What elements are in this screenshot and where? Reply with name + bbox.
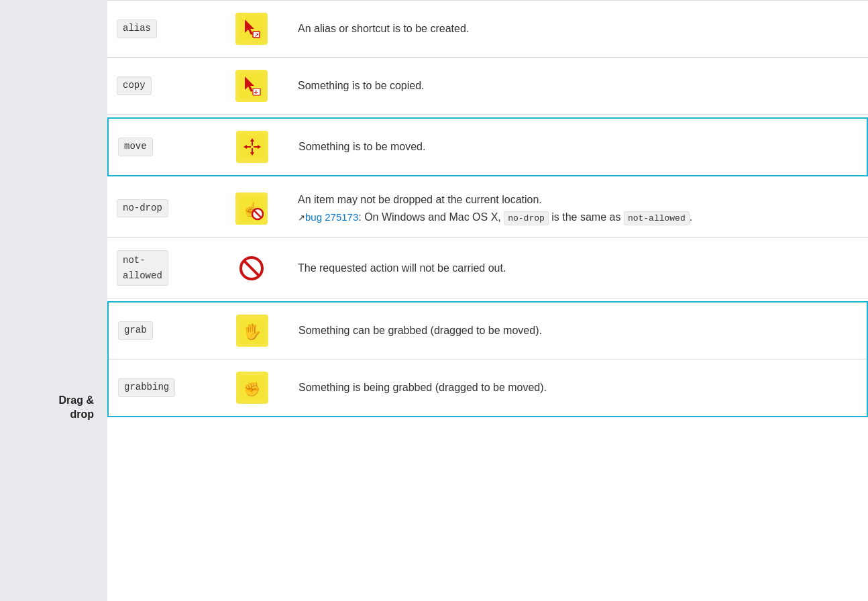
grab-outlined-table: grab 🖐 ✋ bbox=[107, 301, 868, 417]
alias-cursor-icon: ↗ bbox=[235, 13, 268, 45]
row-grabbing: grabbing ✊ Som bbox=[108, 360, 867, 417]
svg-text:✊: ✊ bbox=[243, 381, 260, 397]
icon-cell-alias: ↗ bbox=[221, 1, 282, 58]
name-tag-grabbing: grabbing bbox=[118, 378, 175, 397]
name-cell-alias: alias bbox=[107, 1, 221, 58]
not-allowed-code: not-allowed bbox=[624, 211, 690, 225]
grab-cursor-icon: 🖐 ✋ bbox=[236, 315, 268, 347]
name-cell-grab: grab bbox=[108, 302, 222, 360]
row-grab: grab 🖐 ✋ bbox=[108, 302, 867, 360]
copy-icon-svg: + bbox=[239, 74, 264, 98]
icon-cell-not-allowed bbox=[221, 238, 282, 298]
icon-cell-grabbing: ✊ bbox=[222, 360, 282, 417]
move-cursor-icon bbox=[236, 131, 268, 163]
page-wrapper: Drag & drop alias bbox=[0, 0, 868, 601]
icon-cell-no-drop: ☝ bbox=[221, 179, 282, 238]
grabbing-cursor-icon: ✊ bbox=[236, 372, 268, 404]
name-tag-not-allowed: not-allowed bbox=[117, 250, 168, 286]
icon-cell-copy: + bbox=[221, 58, 282, 115]
no-drop-icon-svg: ☝ bbox=[239, 197, 264, 221]
desc-cell-grabbing: Something is being grabbed (dragged to b… bbox=[282, 360, 867, 417]
name-cell-move: move bbox=[108, 118, 222, 176]
row-copy: copy + bbox=[107, 58, 868, 115]
row-not-allowed: not-allowed The requested action will no… bbox=[107, 238, 868, 298]
row-alias: alias ↗ bbox=[107, 1, 868, 58]
move-description: Something is to be moved. bbox=[299, 141, 425, 152]
sidebar-label-line2: drop bbox=[70, 408, 94, 420]
copy-description: Something is to be copied. bbox=[298, 80, 425, 91]
grabbing-icon-svg: ✊ bbox=[240, 376, 264, 400]
no-drop-code1: no-drop bbox=[504, 211, 549, 225]
not-allowed-cursor-icon bbox=[235, 252, 268, 284]
name-tag-alias: alias bbox=[117, 19, 157, 38]
not-allowed-description: The requested action will not be carried… bbox=[298, 262, 506, 274]
move-icon-svg bbox=[240, 135, 264, 159]
alias-icon-svg: ↗ bbox=[239, 17, 264, 41]
icon-cell-grab: 🖐 ✋ bbox=[222, 302, 282, 360]
sidebar-label: Drag & drop bbox=[59, 394, 94, 422]
svg-text:+: + bbox=[254, 88, 258, 96]
icon-cell-move bbox=[222, 118, 282, 176]
desc-cell-move: Something is to be moved. bbox=[282, 118, 867, 176]
desc-cell-grab: Something can be grabbed (dragged to be … bbox=[282, 302, 867, 360]
not-allowed-icon-svg bbox=[239, 256, 264, 281]
desc-cell-copy: Something is to be copied. bbox=[282, 58, 868, 115]
grabbing-description: Something is being grabbed (dragged to b… bbox=[299, 382, 547, 393]
desc-cell-alias: An alias or shortcut is to be created. bbox=[282, 1, 868, 58]
name-tag-no-drop: no-drop bbox=[117, 199, 168, 218]
grab-group-wrapper: grab 🖐 ✋ bbox=[107, 301, 868, 417]
desc-cell-no-drop: An item may not be dropped at the curren… bbox=[282, 179, 868, 238]
external-link-icon: ↗ bbox=[298, 213, 305, 223]
nodrop-table: no-drop ☝ bbox=[107, 179, 868, 298]
name-tag-copy: copy bbox=[117, 76, 152, 95]
grab-description: Something can be grabbed (dragged to be … bbox=[299, 325, 542, 336]
move-outlined-table: move bbox=[107, 117, 868, 176]
no-drop-desc-text1: An item may not be dropped at the curren… bbox=[298, 194, 542, 205]
sidebar-label-line1: Drag & bbox=[59, 394, 94, 406]
row-no-drop: no-drop ☝ bbox=[107, 179, 868, 238]
name-cell-no-drop: no-drop bbox=[107, 179, 221, 238]
move-row-wrapper: move bbox=[107, 115, 868, 179]
name-cell-copy: copy bbox=[107, 58, 221, 115]
name-tag-grab: grab bbox=[118, 321, 153, 340]
main-content: alias ↗ bbox=[107, 0, 868, 601]
name-cell-grabbing: grabbing bbox=[108, 360, 222, 417]
copy-cursor-icon: + bbox=[235, 70, 268, 102]
name-cell-not-allowed: not-allowed bbox=[107, 238, 221, 298]
name-tag-move: move bbox=[118, 138, 153, 156]
svg-text:✋: ✋ bbox=[243, 323, 262, 341]
grab-icon-svg: 🖐 ✋ bbox=[240, 319, 264, 343]
bug-link[interactable]: bug 275173 bbox=[305, 211, 358, 223]
sidebar: Drag & drop bbox=[0, 0, 107, 601]
row-move: move bbox=[108, 118, 867, 176]
alias-description: An alias or shortcut is to be created. bbox=[298, 23, 469, 34]
desc-cell-not-allowed: The requested action will not be carried… bbox=[282, 238, 868, 298]
no-drop-desc-text2: ↗bug 275173: On Windows and Mac OS X, no… bbox=[298, 211, 692, 223]
no-drop-cursor-icon: ☝ bbox=[235, 193, 268, 225]
cursor-table: alias ↗ bbox=[107, 0, 868, 115]
svg-text:↗: ↗ bbox=[254, 32, 259, 38]
